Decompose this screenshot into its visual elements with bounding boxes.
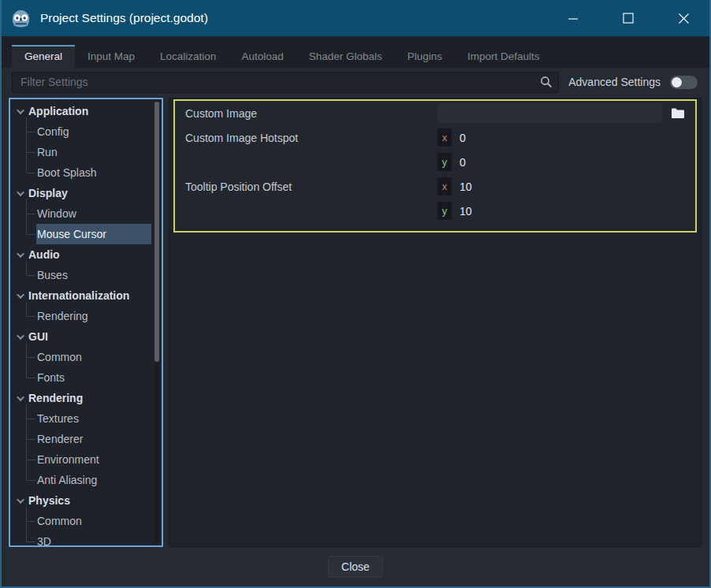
tree-children-application: Config Run Boot Splash bbox=[10, 121, 162, 183]
tree-item-boot-splash[interactable]: Boot Splash bbox=[10, 162, 162, 183]
property-label: Tooltip Position Offset bbox=[185, 180, 437, 193]
mouse-cursor-settings-section: Custom Image Custom Image Hotspot bbox=[173, 99, 697, 233]
tree-item-textures[interactable]: Textures bbox=[10, 408, 162, 429]
folder-icon bbox=[671, 107, 685, 120]
tree-children-rendering: Textures Renderer Environment Anti Alias… bbox=[10, 408, 162, 490]
property-row-custom-image: Custom Image bbox=[175, 101, 695, 125]
tooltip-offset-y-field[interactable]: y 10 bbox=[437, 202, 472, 220]
tree-item-renderer[interactable]: Renderer bbox=[10, 429, 162, 449]
property-value: x 0 bbox=[437, 128, 695, 147]
tree-item-buses[interactable]: Buses bbox=[10, 265, 162, 285]
tree-section-audio[interactable]: Audio bbox=[10, 244, 162, 265]
bottom-bar: Close bbox=[2, 547, 709, 586]
filter-settings-field bbox=[12, 72, 559, 93]
property-row-custom-image-hotspot-x: Custom Image Hotspot x 0 bbox=[175, 125, 695, 150]
property-value: x 10 bbox=[437, 177, 695, 195]
tree-item-environment[interactable]: Environment bbox=[10, 449, 162, 470]
tree-item-mouse-cursor[interactable]: Mouse Cursor bbox=[10, 224, 162, 244]
tree-section-internationalization[interactable]: Internationalization bbox=[10, 285, 162, 306]
tree-children-gui: Common Fonts bbox=[10, 347, 162, 388]
tree-item-common-gui[interactable]: Common bbox=[10, 347, 162, 367]
chevron-down-icon[interactable] bbox=[17, 250, 24, 258]
close-icon bbox=[678, 13, 690, 24]
toggle-knob bbox=[672, 77, 682, 87]
tree-item-anti-aliasing[interactable]: Anti Aliasing bbox=[10, 470, 162, 490]
advanced-settings-toggle[interactable] bbox=[670, 76, 698, 89]
search-icon bbox=[540, 76, 553, 88]
maximize-icon bbox=[623, 13, 634, 24]
tab-localization[interactable]: Localization bbox=[147, 45, 229, 68]
browse-file-button[interactable] bbox=[668, 103, 688, 124]
tab-general[interactable]: General bbox=[12, 45, 75, 68]
tree-item-rendering-i18n[interactable]: Rendering bbox=[10, 306, 162, 326]
chevron-down-icon[interactable] bbox=[17, 188, 24, 196]
tree-section-physics[interactable]: Physics bbox=[10, 490, 162, 511]
titlebar: Project Settings (project.godot) bbox=[0, 0, 711, 36]
tree-scrollbar-thumb[interactable] bbox=[154, 102, 159, 362]
maximize-button[interactable] bbox=[601, 0, 656, 36]
property-label: Custom Image bbox=[185, 107, 437, 120]
minimize-button[interactable] bbox=[545, 0, 601, 36]
filter-settings-input[interactable] bbox=[12, 72, 559, 93]
property-value bbox=[437, 103, 695, 124]
tree-section-rendering[interactable]: Rendering bbox=[10, 388, 162, 408]
tooltip-offset-x-field[interactable]: x 10 bbox=[437, 177, 472, 195]
close-dialog-button[interactable]: Close bbox=[328, 556, 383, 578]
hotspot-y-field[interactable]: y 0 bbox=[437, 153, 466, 171]
tree-children-physics: Common 3D bbox=[10, 511, 162, 547]
axis-y-badge: y bbox=[437, 202, 452, 220]
chevron-down-icon[interactable] bbox=[17, 291, 24, 299]
hotspot-y-value: 0 bbox=[460, 156, 466, 169]
property-value: y 0 bbox=[437, 153, 695, 171]
tree-item-3d[interactable]: 3D bbox=[10, 531, 162, 547]
chevron-down-icon[interactable] bbox=[17, 106, 24, 114]
tree-item-config[interactable]: Config bbox=[10, 121, 162, 142]
close-window-button[interactable] bbox=[656, 0, 711, 36]
tab-plugins[interactable]: Plugins bbox=[395, 45, 455, 68]
axis-x-badge: x bbox=[437, 177, 452, 195]
godot-logo-icon bbox=[10, 8, 32, 29]
tooltip-offset-y-value: 10 bbox=[460, 205, 472, 218]
tree-item-window[interactable]: Window bbox=[10, 203, 162, 224]
tree-children-audio: Buses bbox=[10, 265, 162, 285]
tree-item-run[interactable]: Run bbox=[10, 142, 162, 162]
hotspot-x-value: 0 bbox=[460, 132, 466, 144]
property-row-tooltip-offset-x: Tooltip Position Offset x 10 bbox=[175, 174, 695, 199]
tree-children-internationalization: Rendering bbox=[10, 306, 162, 326]
tab-import-defaults[interactable]: Import Defaults bbox=[455, 45, 553, 68]
chevron-down-icon[interactable] bbox=[17, 393, 24, 401]
tree-section-gui[interactable]: GUI bbox=[10, 326, 162, 347]
axis-x-badge: x bbox=[437, 128, 452, 147]
property-row-tooltip-offset-y: y 10 bbox=[175, 199, 695, 223]
tab-input-map[interactable]: Input Map bbox=[75, 45, 147, 68]
tree-item-fonts[interactable]: Fonts bbox=[10, 367, 162, 388]
filter-row: Advanced Settings bbox=[2, 68, 709, 96]
tab-bar: General Input Map Localization Autoload … bbox=[2, 36, 709, 68]
chevron-down-icon[interactable] bbox=[17, 496, 24, 504]
inspector-panel: Custom Image Custom Image Hotspot bbox=[169, 98, 702, 547]
property-row-custom-image-hotspot-y: y 0 bbox=[175, 150, 695, 174]
settings-tree-panel: Application Config Run Boot Splash Displ… bbox=[9, 98, 163, 547]
tree-section-display[interactable]: Display bbox=[10, 183, 162, 203]
tree-section-application[interactable]: Application bbox=[10, 101, 162, 121]
tree-children-display: Window Mouse Cursor bbox=[10, 203, 162, 244]
main-area: Application Config Run Boot Splash Displ… bbox=[2, 96, 709, 547]
hotspot-x-field[interactable]: x 0 bbox=[437, 128, 466, 147]
advanced-settings-label: Advanced Settings bbox=[568, 76, 661, 88]
tab-shader-globals[interactable]: Shader Globals bbox=[296, 45, 395, 68]
tab-autoload[interactable]: Autoload bbox=[229, 45, 296, 68]
window-title: Project Settings (project.godot) bbox=[40, 11, 545, 25]
custom-image-input[interactable] bbox=[437, 103, 662, 123]
chevron-down-icon[interactable] bbox=[17, 332, 24, 340]
property-value: y 10 bbox=[437, 202, 695, 220]
tree-scrollbar[interactable] bbox=[154, 102, 159, 543]
project-settings-window: Project Settings (project.godot) General… bbox=[0, 0, 711, 588]
tree-item-common-physics[interactable]: Common bbox=[10, 511, 162, 531]
tooltip-offset-x-value: 10 bbox=[460, 180, 472, 193]
property-label: Custom Image Hotspot bbox=[185, 132, 437, 144]
minimize-icon bbox=[568, 13, 579, 24]
axis-y-badge: y bbox=[437, 153, 452, 171]
